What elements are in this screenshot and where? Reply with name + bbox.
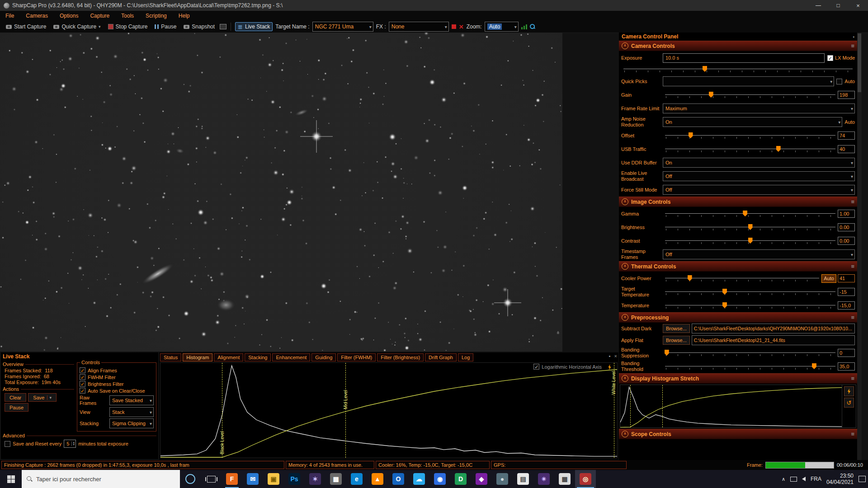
- collapse-icon[interactable]: ∧: [622, 431, 628, 437]
- tab-alignment[interactable]: Alignment: [214, 353, 243, 361]
- gamma-value[interactable]: 1.00: [838, 210, 855, 218]
- taskbar-icon-planet-app[interactable]: ●: [492, 470, 513, 488]
- view-combo[interactable]: Stack: [109, 407, 154, 417]
- raw-frames-combo[interactable]: Save Stacked: [109, 395, 154, 405]
- stacking-combo[interactable]: Sigma Clipping: [109, 418, 154, 428]
- subtract-dark-path[interactable]: C:\Users\SharkFleet\Desktop\darks\QHY290…: [692, 324, 855, 333]
- maximize-button[interactable]: □: [828, 0, 848, 11]
- taskbar-icon-camera-app[interactable]: ◉: [429, 470, 450, 488]
- mid-level-line[interactable]: [345, 363, 346, 458]
- collapse-icon[interactable]: ∧: [622, 198, 628, 205]
- collapse-icon[interactable]: ∧: [622, 314, 628, 321]
- usb-traffic-slider[interactable]: [665, 145, 835, 153]
- brightness-filter-checkbox[interactable]: ✓: [80, 381, 85, 387]
- reset-stretch-button[interactable]: ↺: [844, 398, 854, 408]
- offset-slider[interactable]: [665, 131, 835, 140]
- stepper-arrows[interactable]: ▲▼: [71, 441, 75, 446]
- minimize-button[interactable]: —: [808, 0, 828, 11]
- taskbar-icon-mail[interactable]: ✉: [242, 470, 263, 488]
- image-frame-icon[interactable]: [220, 24, 226, 29]
- apply-flat-browse-button[interactable]: Browse...: [663, 336, 690, 345]
- pause-button[interactable]: Pause: [152, 23, 179, 31]
- taskbar-icon-onedrive[interactable]: ☁: [409, 470, 429, 488]
- live-broadcast-combo[interactable]: Off: [663, 171, 855, 181]
- fwhm-filter-checkbox[interactable]: ✓: [80, 374, 85, 380]
- banding-threshold-value[interactable]: 35,0: [838, 362, 855, 371]
- cooler-power-value[interactable]: 41: [838, 274, 855, 282]
- collapse-icon[interactable]: ∧: [622, 42, 628, 49]
- save-dropdown-icon[interactable]: ▾: [47, 395, 52, 400]
- taskbar-icon-notepad[interactable]: ▤: [513, 470, 533, 488]
- snapshot-button[interactable]: Snapshot: [181, 23, 217, 31]
- section-scope-controls[interactable]: ∧ Scope Controls ≡: [619, 429, 857, 439]
- section-menu-icon[interactable]: ≡: [851, 375, 854, 382]
- taskbar-icon-app-blue-o[interactable]: O: [388, 470, 409, 488]
- fx-combo[interactable]: None: [389, 22, 449, 32]
- quick-picks-combo[interactable]: [663, 76, 834, 86]
- section-menu-icon[interactable]: ≡: [851, 42, 854, 49]
- live-stack-button[interactable]: ≣Live Stack: [235, 22, 273, 31]
- start-button[interactable]: [0, 470, 22, 488]
- taskbar-icon-calculator[interactable]: ▦: [554, 470, 575, 488]
- section-thermal-controls[interactable]: ∧ Thermal Controls ≡: [619, 261, 857, 272]
- gain-slider[interactable]: [665, 91, 835, 99]
- quick-capture-button[interactable]: Quick Capture▾: [51, 23, 103, 31]
- target-temperature-slider[interactable]: [665, 288, 835, 296]
- taskbar-clock[interactable]: 23:50 04/04/2021: [826, 473, 854, 485]
- cortana-button[interactable]: [180, 470, 201, 488]
- tab-status[interactable]: Status: [160, 353, 181, 361]
- taskbar-search[interactable]: Taper ici pour rechercher: [22, 470, 180, 488]
- taskbar-icon-app-green-d[interactable]: D: [450, 470, 471, 488]
- menu-tools[interactable]: Tools: [121, 13, 134, 19]
- tab-guiding[interactable]: Guiding: [311, 353, 336, 361]
- banding-suppression-slider[interactable]: [665, 349, 835, 357]
- mini-histogram-plot[interactable]: [620, 385, 842, 427]
- section-menu-icon[interactable]: ≡: [851, 198, 854, 205]
- clear-button[interactable]: Clear: [5, 393, 26, 402]
- auto-save-checkbox[interactable]: ✓: [80, 388, 85, 394]
- usb-traffic-value[interactable]: 40: [838, 145, 855, 153]
- panel-scrollbar[interactable]: [857, 33, 862, 460]
- histogram-toolbar-icon[interactable]: [521, 24, 527, 29]
- language-indicator[interactable]: FRA: [811, 476, 821, 482]
- volume-tray-icon[interactable]: [802, 477, 806, 481]
- taskbar-icon-stellarium[interactable]: ✶: [305, 470, 326, 488]
- section-image-controls[interactable]: ∧ Image Controls ≡: [619, 197, 857, 207]
- display-stretch-histogram[interactable]: ↺: [620, 385, 856, 428]
- taskbar-icon-sharpcap[interactable]: ◎: [575, 470, 596, 488]
- temperature-value[interactable]: -15,0: [838, 301, 855, 310]
- cooler-power-slider[interactable]: [665, 274, 819, 282]
- contrast-slider[interactable]: [665, 237, 835, 245]
- close-button[interactable]: ×: [848, 0, 868, 11]
- ddr-buffer-combo[interactable]: On: [663, 158, 855, 168]
- force-still-combo[interactable]: Off: [663, 185, 855, 195]
- section-camera-controls[interactable]: ∧ Camera Controls ≡: [619, 41, 857, 51]
- brightness-value[interactable]: 0.00: [838, 223, 855, 231]
- lx-mode-checkbox[interactable]: ✓: [827, 55, 833, 61]
- section-menu-icon[interactable]: ≡: [851, 431, 854, 437]
- taskbar-icon-photoshop[interactable]: Ps: [284, 470, 305, 488]
- menu-options[interactable]: Options: [60, 13, 78, 19]
- pause-stack-button[interactable]: Pause: [5, 403, 28, 412]
- magnifier-icon[interactable]: [530, 24, 535, 29]
- exposure-slider[interactable]: [623, 65, 853, 73]
- contrast-value[interactable]: 0.00: [838, 237, 855, 245]
- frame-rate-limit-combo[interactable]: Maximum: [663, 103, 855, 113]
- section-preprocessing[interactable]: ∧ Preprocessing ≡: [619, 312, 857, 323]
- tab-stacking[interactable]: Stacking: [245, 353, 271, 361]
- taskbar-icon-edge[interactable]: e: [346, 470, 367, 488]
- quick-picks-auto-checkbox[interactable]: [836, 79, 842, 84]
- tab-filter-fwhm[interactable]: Filter (FWHM): [337, 353, 376, 361]
- mini-black-level-line[interactable]: [630, 385, 631, 427]
- selection-rect-icon[interactable]: [452, 24, 456, 29]
- log-axis-checkbox[interactable]: ✓: [533, 364, 539, 370]
- subtract-dark-browse-button[interactable]: Browse...: [663, 324, 690, 333]
- tab-histogram[interactable]: Histogram: [183, 353, 212, 361]
- tab-drift-graph[interactable]: Drift Graph: [425, 353, 457, 361]
- amp-noise-combo[interactable]: On: [663, 117, 842, 127]
- zoom-combo[interactable]: Auto: [485, 22, 519, 32]
- apply-flat-path[interactable]: C:\Users\SharkFleet\Desktop\21_21_44.fit…: [692, 335, 855, 345]
- display-tray-icon[interactable]: [790, 477, 797, 482]
- banding-threshold-slider[interactable]: [665, 362, 835, 371]
- notification-center-icon[interactable]: [859, 476, 866, 482]
